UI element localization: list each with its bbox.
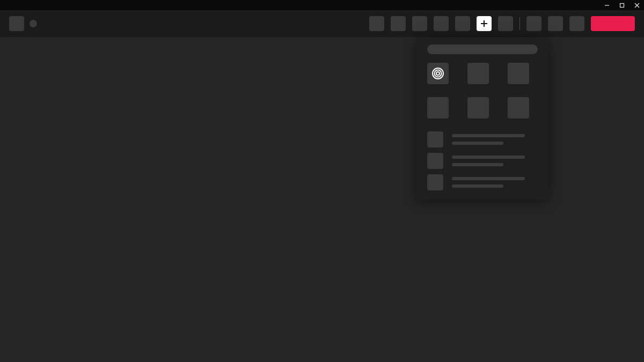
list-item-thumb xyxy=(427,131,443,147)
nav-button-5[interactable] xyxy=(455,16,470,31)
dropdown-tile-grid xyxy=(427,63,538,119)
window-minimize-button[interactable]: Minimize xyxy=(603,2,611,9)
nav-button-2[interactable] xyxy=(391,16,406,31)
dropdown-search-input[interactable] xyxy=(427,45,538,54)
window-close-button[interactable]: Close xyxy=(633,2,641,9)
secondary-button-3[interactable] xyxy=(569,16,584,31)
nav-button-add[interactable] xyxy=(477,16,492,31)
list-item-title xyxy=(452,177,525,180)
plus-icon xyxy=(481,20,487,27)
svg-point-6 xyxy=(436,72,440,75)
dropdown-tile-4[interactable] xyxy=(427,97,449,119)
dropdown-tile-2[interactable] xyxy=(467,63,489,84)
list-item-subtitle xyxy=(452,184,503,188)
list-item-title xyxy=(452,156,525,159)
list-item-title xyxy=(452,134,525,137)
add-dropdown-panel xyxy=(416,37,548,200)
maximize-icon xyxy=(619,3,625,8)
list-item-thumb xyxy=(427,174,443,190)
primary-cta-button[interactable] xyxy=(591,16,635,31)
dropdown-list-item-2[interactable] xyxy=(427,153,538,169)
app-status-dot xyxy=(30,20,37,27)
app-logo[interactable] xyxy=(9,16,24,31)
topbar-left xyxy=(9,16,37,31)
window-maximize-button[interactable]: Maximize xyxy=(618,2,626,9)
svg-point-5 xyxy=(435,70,442,77)
minimize-icon xyxy=(604,3,610,8)
dropdown-tile-5[interactable] xyxy=(467,97,489,119)
secondary-button-2[interactable] xyxy=(548,16,563,31)
topbar xyxy=(0,10,644,37)
svg-rect-1 xyxy=(620,3,624,7)
nav-button-4[interactable] xyxy=(434,16,449,31)
titlebar: Minimize Maximize Close xyxy=(0,0,644,10)
dropdown-tile-3[interactable] xyxy=(508,63,529,84)
topbar-right xyxy=(369,16,635,31)
dropdown-list-item-1[interactable] xyxy=(427,131,538,147)
list-item-subtitle xyxy=(452,163,503,166)
nav-button-7[interactable] xyxy=(498,16,513,31)
nav-button-1[interactable] xyxy=(369,16,384,31)
list-item-subtitle xyxy=(452,142,503,145)
toolbar-separator xyxy=(519,17,520,30)
dropdown-tile-1[interactable] xyxy=(427,63,449,84)
list-item-thumb xyxy=(427,153,443,169)
dropdown-list-item-3[interactable] xyxy=(427,174,538,190)
dropdown-tile-6[interactable] xyxy=(508,97,529,119)
close-icon xyxy=(634,3,640,8)
secondary-button-1[interactable] xyxy=(526,16,541,31)
nav-button-3[interactable] xyxy=(412,16,427,31)
spiral-icon xyxy=(431,67,444,80)
